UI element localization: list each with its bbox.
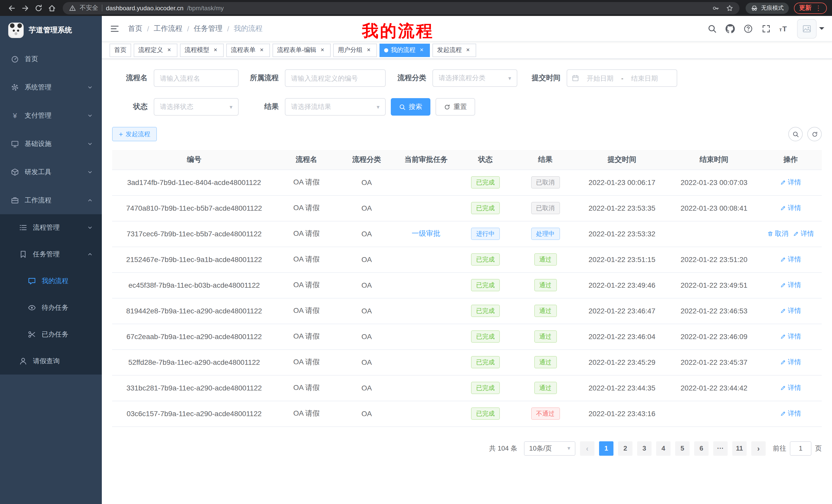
page-size-select[interactable]: 10条/页 ▾ xyxy=(524,441,575,455)
detail-link[interactable]: 详情 xyxy=(780,332,801,341)
github-icon[interactable] xyxy=(725,24,734,33)
sidebar-item-leave-query[interactable]: 请假查询 xyxy=(0,348,102,374)
tab-process-model[interactable]: 流程模型 × xyxy=(180,44,224,57)
browser-back-button[interactable] xyxy=(5,1,19,15)
process-definition-input[interactable] xyxy=(285,69,386,87)
search-button[interactable]: 搜索 xyxy=(391,98,431,116)
help-icon[interactable] xyxy=(743,24,753,33)
result-select[interactable]: 请选择流结果 ▾ xyxy=(285,98,386,116)
detail-link[interactable]: 详情 xyxy=(780,383,801,393)
sidebar-item-process-management[interactable]: 流程管理 xyxy=(0,214,102,241)
search-icon[interactable] xyxy=(707,24,717,33)
reset-button[interactable]: 重置 xyxy=(436,98,475,116)
browser-home-button[interactable] xyxy=(45,1,59,15)
security-warning-icon[interactable] xyxy=(69,4,76,11)
next-page-button[interactable]: › xyxy=(751,441,766,455)
app-logo[interactable]: 芋道管理系统 xyxy=(0,16,102,45)
start-date-input[interactable] xyxy=(581,74,619,82)
tab-close-icon[interactable]: × xyxy=(464,47,471,54)
bookmark-star-icon[interactable] xyxy=(726,4,733,11)
status-badge: 已完成 xyxy=(471,330,500,343)
tab-home[interactable]: 首页 xyxy=(109,44,131,57)
detail-link[interactable]: 详情 xyxy=(793,229,814,239)
detail-link[interactable]: 详情 xyxy=(780,255,801,264)
detail-link[interactable]: 详情 xyxy=(780,358,801,367)
tab-start-process[interactable]: 发起流程 × xyxy=(433,44,476,57)
tab-close-icon[interactable]: × xyxy=(258,47,265,54)
tab-user-group[interactable]: 用户分组 × xyxy=(333,44,377,57)
tab-close-icon[interactable]: × xyxy=(165,47,173,54)
page-button-1[interactable]: 1 xyxy=(599,441,614,455)
result-badge: 通过 xyxy=(534,305,557,317)
sidebar-item-my-process[interactable]: 我的流程 xyxy=(0,268,102,295)
page-button-5[interactable]: 5 xyxy=(675,441,690,455)
page-button-2[interactable]: 2 xyxy=(618,441,632,455)
breadcrumb-home[interactable]: 首页 xyxy=(128,24,142,33)
sidebar-item-home[interactable]: 首页 xyxy=(0,45,102,73)
browser-update-button[interactable]: 更新 ⋮ xyxy=(794,2,827,13)
tab-process-form[interactable]: 流程表单 × xyxy=(226,44,270,57)
page-button-4[interactable]: 4 xyxy=(656,441,671,455)
refresh-table-button[interactable] xyxy=(807,127,822,141)
plus-icon: + xyxy=(119,131,123,138)
process-definition-field[interactable] xyxy=(291,74,380,82)
address-bar[interactable]: 不安全 dashboard.yudao.iocoder.cn/bpm/task/… xyxy=(63,2,739,14)
status-select[interactable]: 请选择状态 ▾ xyxy=(154,98,239,116)
result-badge: 通过 xyxy=(534,330,557,343)
detail-link[interactable]: 详情 xyxy=(780,409,801,418)
process-name-input[interactable] xyxy=(154,69,239,87)
active-dot xyxy=(384,48,388,52)
table-row: 3ad174fb-7b9d-11ec-8404-acde48001122 OA … xyxy=(112,170,822,195)
page-button-3[interactable]: 3 xyxy=(637,441,651,455)
tab-process-form-edit[interactable]: 流程表单-编辑 × xyxy=(272,44,331,57)
user-avatar-dropdown[interactable] xyxy=(797,19,824,38)
caret-down-icon: ▾ xyxy=(230,104,232,110)
sidebar-item-workflow[interactable]: 工作流程 xyxy=(0,186,102,214)
category-select-placeholder: 请选择流程分类 xyxy=(439,74,486,83)
tab-label: 用户分组 xyxy=(338,46,363,54)
tab-label: 流程定义 xyxy=(138,46,163,54)
tab-close-icon[interactable]: × xyxy=(365,47,372,54)
detail-link[interactable]: 详情 xyxy=(780,306,801,315)
end-date-input[interactable] xyxy=(626,74,663,82)
tab-process-definition[interactable]: 流程定义 × xyxy=(134,44,177,57)
browser-forward-button[interactable] xyxy=(19,1,32,15)
create-process-button[interactable]: + 发起流程 xyxy=(112,127,157,141)
hamburger-icon[interactable] xyxy=(109,23,120,34)
tab-close-icon[interactable]: × xyxy=(212,47,219,54)
browser-menu-icon[interactable]: ⋮ xyxy=(815,4,822,12)
category-select[interactable]: 请选择流程分类 ▾ xyxy=(433,69,517,87)
cancel-link[interactable]: 取消 xyxy=(767,229,788,239)
fullscreen-icon[interactable] xyxy=(761,24,771,33)
detail-link[interactable]: 详情 xyxy=(780,178,801,187)
security-label[interactable]: 不安全 xyxy=(80,4,98,12)
current-task-link[interactable]: 一级审批 xyxy=(412,229,440,239)
tab-close-icon[interactable]: × xyxy=(319,47,326,54)
font-size-icon[interactable]: тT xyxy=(779,24,787,33)
sidebar-item-infrastructure[interactable]: 基础设施 xyxy=(0,130,102,158)
prev-page-button[interactable]: ‹ xyxy=(580,441,594,455)
password-key-icon[interactable] xyxy=(712,4,719,11)
process-name-field[interactable] xyxy=(160,74,232,82)
goto-page-input[interactable] xyxy=(790,441,811,455)
breadcrumb-task-management[interactable]: 任务管理 xyxy=(194,24,223,33)
page-button-11[interactable]: 11 xyxy=(732,441,747,455)
sidebar-item-system[interactable]: 系统管理 xyxy=(0,73,102,101)
detail-link[interactable]: 详情 xyxy=(780,281,801,290)
detail-link[interactable]: 详情 xyxy=(780,203,801,213)
sidebar-item-devtools[interactable]: 研发工具 xyxy=(0,158,102,186)
page-button-6[interactable]: 6 xyxy=(694,441,709,455)
sidebar-item-done-task[interactable]: 已办任务 xyxy=(0,321,102,348)
more-pages-button[interactable]: ··· xyxy=(713,441,728,455)
sidebar-item-payment[interactable]: ¥ 支付管理 xyxy=(0,101,102,130)
sidebar-item-todo-task[interactable]: 待办任务 xyxy=(0,295,102,321)
date-range-picker[interactable]: - xyxy=(567,69,677,87)
toggle-search-button[interactable] xyxy=(788,127,803,141)
sidebar-item-task-management[interactable]: 任务管理 xyxy=(0,241,102,268)
breadcrumb-workflow[interactable]: 工作流程 xyxy=(154,24,183,33)
tab-close-icon[interactable]: × xyxy=(418,47,425,54)
update-label: 更新 xyxy=(799,4,811,12)
omnibox-divider xyxy=(102,5,102,11)
tab-my-process[interactable]: 我的流程 × xyxy=(380,44,430,57)
browser-reload-button[interactable] xyxy=(32,1,45,15)
